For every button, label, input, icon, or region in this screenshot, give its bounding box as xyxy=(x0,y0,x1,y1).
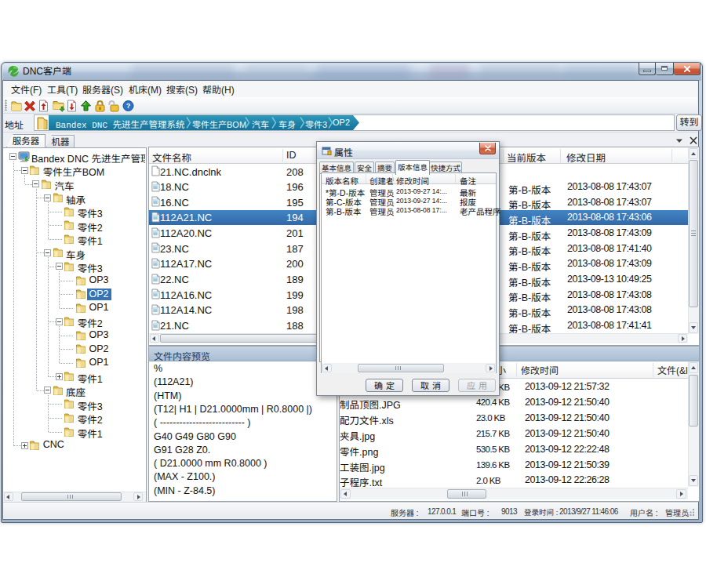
svg-text:?: ? xyxy=(126,102,131,110)
